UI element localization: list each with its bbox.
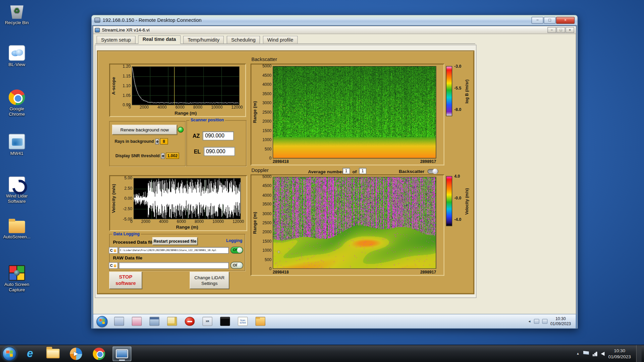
logging-label: Logging (226, 238, 242, 243)
taskbar-icon-chrome[interactable] (90, 346, 108, 361)
taskbar-icon-stop-app[interactable] (183, 316, 196, 327)
taskbar-icon-command-prompt[interactable] (219, 316, 231, 327)
renew-background-button[interactable]: Renew background now (112, 125, 177, 134)
tick-label: 1000 (262, 248, 271, 252)
tick-label: 4000 (157, 105, 166, 110)
backscatter-y-axis-label: Range (m) (252, 66, 258, 159)
tab-wind-profile[interactable]: Wind profile (263, 36, 298, 44)
stop-software-button[interactable]: STOP software (109, 272, 142, 289)
backscatter-toggle-label: Backscatter (399, 169, 424, 174)
el-value-field[interactable]: 090.000 (204, 147, 235, 156)
rdp-monitor-icon (95, 18, 100, 23)
taskbar-icon-scan-scheduler[interactable]: Scan sched (236, 316, 249, 327)
taskbar-icon-internet-explorer[interactable]: e (20, 346, 39, 361)
desktop-icon-label: BL-View (8, 62, 25, 67)
backscatter-display-toggle[interactable] (428, 169, 438, 173)
taskbar-icon-paint[interactable] (130, 316, 143, 327)
folder-icon (46, 349, 59, 358)
taskbar-icon-media-player[interactable]: ▶ (66, 346, 85, 361)
raw-drive-selector[interactable]: C (109, 262, 118, 269)
processed-drive-selector[interactable]: C (109, 247, 118, 254)
processed-path-field[interactable]: C:\Lidar\Data\Proc\2023\202309\20230901\… (119, 247, 229, 254)
tick-label: 0.00 (124, 197, 132, 201)
remote-taskbar: XR Scan sched ◄ 10:30 01/09/2023 (93, 314, 576, 328)
hidden-icons-arrow[interactable]: ◄ (528, 319, 531, 323)
taskbar-icon-notepad[interactable] (113, 316, 125, 327)
volume-icon[interactable] (601, 352, 604, 356)
doppler-x-end: 2898917 (420, 269, 436, 274)
snr-value-field[interactable]: 1.002 (166, 153, 179, 159)
desktop-icon-mw41[interactable]: MW41 (2, 134, 32, 156)
wind-lidar-icon (9, 177, 25, 192)
clock[interactable]: 10:30 01/09/2023 (608, 348, 631, 359)
ascope-canvas[interactable] (132, 67, 239, 105)
snr-threshold-label: Display SNR threshold (115, 154, 160, 158)
tick-label: 2000 (262, 119, 271, 123)
data-logging-title: Data Logging (112, 232, 141, 236)
close-button[interactable]: × (556, 17, 575, 24)
doppler-colorbar-label: Velocity (m/s) (465, 178, 469, 225)
tab-system-setup[interactable]: System setup (97, 36, 136, 44)
taskbar-icon-remote-desktop[interactable] (113, 346, 131, 361)
taskbar-icon-file-explorer[interactable] (254, 316, 267, 327)
desktop-icon-autoscreen-folder[interactable]: AutoScreen... (2, 221, 32, 240)
doppler-x-range: 2898418 2898917 (273, 269, 436, 275)
rays-spinner[interactable] (155, 138, 159, 144)
rdp-titlebar[interactable]: 192.168.0.150 - Remote Desktop Connectio… (92, 15, 578, 25)
desktop-icon-wind-lidar[interactable]: Wind Lidar Software (2, 177, 32, 204)
app-minimize-button[interactable]: − (547, 27, 556, 33)
maximize-button[interactable]: □ (544, 17, 556, 24)
raw-path-field[interactable] (119, 262, 229, 269)
rays-value-field[interactable]: 8 (160, 138, 168, 144)
remote-clock[interactable]: 10:30 01/09/2023 (550, 316, 573, 326)
average-total-field[interactable]: 1 (359, 168, 366, 174)
change-lidar-settings-button[interactable]: Change LiDAR Settings (190, 272, 229, 289)
taskbar-icon-shared-folders[interactable] (166, 316, 178, 327)
show-hidden-icons-arrow[interactable]: ▲ (576, 352, 580, 355)
show-desktop-button[interactable] (636, 345, 642, 362)
network-tray-icon[interactable] (542, 319, 547, 324)
backscatter-canvas[interactable] (273, 66, 436, 158)
remote-start-button[interactable] (97, 316, 108, 327)
start-button[interactable] (2, 347, 16, 361)
desktop-icon-google-chrome[interactable]: Google Chrome (2, 89, 32, 117)
settings-button-line1: Change LiDAR (195, 275, 225, 281)
app-restore-button[interactable]: □ (556, 27, 565, 33)
of-label: of (353, 169, 357, 174)
ascope-plot: A-scope 1.201.151.101.050.99 02000400060… (109, 64, 246, 117)
processed-logging-toggle[interactable]: ON (230, 247, 243, 254)
desktop-icon-auto-screen-capture[interactable]: Auto Screen Capture (2, 265, 32, 292)
restart-processed-file-button[interactable]: Restart processed file (152, 237, 198, 245)
minimize-button[interactable]: − (531, 17, 543, 24)
app-close-button[interactable]: × (566, 27, 574, 33)
action-center-flag-icon[interactable] (583, 351, 589, 356)
tab-real-time-data[interactable]: Real time data (138, 35, 181, 44)
tick-label: 0 (128, 105, 131, 110)
tick-label: 5000 (262, 175, 271, 179)
clock-time: 10:30 (608, 348, 631, 354)
taskbar-icon-resource-monitor[interactable] (148, 316, 161, 327)
tab-temp-humidity[interactable]: Temp/humidity (183, 36, 224, 44)
doppler-cursor-crosshair[interactable]: + (277, 249, 280, 255)
command-prompt-icon (220, 317, 230, 326)
auto-screen-capture-icon (9, 265, 25, 281)
tab-scheduling[interactable]: Scheduling (227, 36, 260, 44)
doppler-canvas[interactable] (273, 177, 436, 268)
az-value-field[interactable]: 090.000 (203, 131, 234, 140)
notepad-icon (114, 317, 124, 326)
volume-tray-icon[interactable] (534, 319, 539, 324)
tick-label: 500 (265, 147, 271, 151)
velocity-canvas[interactable] (134, 179, 240, 219)
raw-logging-toggle[interactable]: OFF (230, 262, 243, 269)
doppler-x-start: 2898418 (273, 269, 289, 274)
desktop-icon-bl-view[interactable]: BL-View (2, 45, 32, 67)
desktop-icon-recycle-bin[interactable]: ♻ Recycle Bin (2, 3, 32, 25)
taskbar-icon-streamline-xr[interactable]: XR (201, 316, 214, 327)
taskbar-icon-windows-explorer[interactable] (44, 346, 62, 361)
tick-label: 4000 (159, 219, 168, 225)
app-icon (95, 28, 100, 32)
average-number-field[interactable]: 1 (342, 168, 350, 174)
app-titlebar[interactable]: StreamLine XR v14-6.vi − □ × (93, 26, 576, 34)
tick-label: 1500 (262, 129, 271, 133)
snr-spinner[interactable] (161, 153, 165, 159)
